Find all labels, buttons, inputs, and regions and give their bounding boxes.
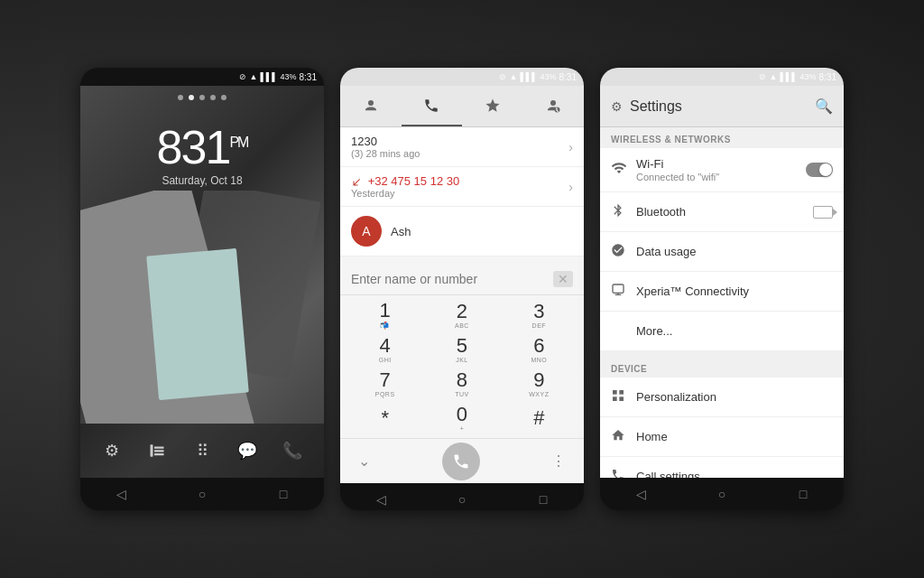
- xperia-label: Xperia™ Connectivity: [636, 284, 833, 298]
- svg-rect-8: [613, 396, 617, 401]
- dot-5: [221, 95, 226, 100]
- clock-ampm: PM: [229, 135, 247, 150]
- call-arrow-1: ›: [568, 140, 573, 154]
- shape-mint: [146, 248, 249, 400]
- dock-messenger-icon[interactable]: 💬: [231, 434, 263, 467]
- key-5[interactable]: 5JKL: [424, 333, 499, 366]
- settings-status-bar: ⊘ ▲ ▌▌▌ 43% 8:31: [600, 68, 844, 86]
- call-detail-2: Yesterday: [351, 188, 568, 199]
- tab-recent[interactable]: [523, 86, 585, 126]
- expand-button[interactable]: ⌄: [358, 452, 370, 470]
- more-label: More...: [636, 324, 833, 338]
- back-button[interactable]: ◁: [107, 480, 134, 508]
- settings-signal-icon: ▌▌▌: [780, 72, 797, 81]
- svg-rect-0: [151, 444, 153, 457]
- sim-icon: ⊘: [239, 72, 246, 81]
- key-0[interactable]: 0+: [424, 402, 499, 434]
- settings-status-icons: ⊘ ▲ ▌▌▌ 43% 8:31: [759, 72, 836, 82]
- more-text: More...: [636, 324, 833, 338]
- key-hash[interactable]: #: [502, 402, 577, 434]
- key-3[interactable]: 3DEF: [502, 299, 577, 331]
- battery-icon: 43%: [281, 72, 297, 81]
- home-clock: 831PM Saturday, Oct 18: [80, 106, 324, 191]
- home-screen: 831PM Saturday, Oct 18 ⚙ ⠿ 💬 📞: [80, 86, 324, 478]
- dialer-input-row: ✕: [340, 264, 584, 295]
- dialer-recents-button[interactable]: □: [530, 486, 557, 510]
- recents-button[interactable]: □: [270, 480, 297, 508]
- settings-item-personalization[interactable]: Personalization: [600, 378, 844, 417]
- settings-item-data[interactable]: Data usage: [600, 232, 844, 272]
- dot-2: [189, 95, 194, 100]
- dot-1: [178, 95, 183, 100]
- data-usage-text: Data usage: [636, 245, 833, 258]
- settings-item-home[interactable]: Home: [600, 417, 844, 457]
- call-number-1: 1230: [351, 135, 568, 148]
- settings-back-button[interactable]: ◁: [627, 480, 654, 508]
- dock-phone-icon[interactable]: 📞: [276, 434, 309, 467]
- phone-home: ⊘ ▲ ▌▌▌ 43% 8:31 831PM Saturday, Oct 18: [80, 68, 324, 510]
- dock-settings-icon[interactable]: ⚙: [96, 434, 128, 467]
- dialer-status-bar: ⊘ ▲ ▌▌▌ 43% 8:31: [340, 68, 584, 86]
- dialer-home-button[interactable]: ○: [448, 486, 476, 510]
- dialer-signal-icon: ▌▌▌: [520, 72, 537, 81]
- settings-recents-button[interactable]: □: [790, 480, 817, 508]
- dialer-input[interactable]: [351, 272, 553, 286]
- settings-item-wifi[interactable]: Wi-Fi Connected to "wifi": [600, 148, 844, 192]
- ash-name: Ash: [391, 225, 411, 238]
- key-7[interactable]: 7PQRS: [347, 368, 422, 400]
- dialer-back-button[interactable]: ◁: [367, 486, 394, 510]
- bluetooth-icon: [611, 203, 636, 221]
- call-info-1: 1230 (3) 28 mins ago: [351, 135, 568, 159]
- svg-rect-5: [613, 390, 617, 395]
- settings-nav-bar: ◁ ○ □: [600, 478, 844, 510]
- tab-contacts[interactable]: [340, 86, 402, 126]
- section-device-header: DEVICE: [600, 357, 844, 378]
- settings-item-more[interactable]: More...: [600, 312, 844, 351]
- settings-wifi-icon: ▲: [769, 72, 777, 81]
- phone-settings: ⊘ ▲ ▌▌▌ 43% 8:31 ⚙ Settings 🔍 WIRELESS &…: [600, 68, 844, 510]
- bluetooth-label: Bluetooth: [636, 205, 813, 219]
- home-button[interactable]: ○: [189, 480, 216, 508]
- personalization-label: Personalization: [636, 390, 833, 404]
- key-2[interactable]: 2ABC: [424, 299, 499, 331]
- call-detail-1: (3) 28 mins ago: [351, 148, 568, 159]
- delete-button[interactable]: ✕: [553, 271, 573, 287]
- home-settings-icon: [611, 428, 636, 446]
- tab-favorites[interactable]: [462, 86, 523, 126]
- search-icon[interactable]: 🔍: [815, 98, 833, 115]
- xperia-text: Xperia™ Connectivity: [636, 284, 833, 298]
- bluetooth-toggle[interactable]: [813, 206, 833, 219]
- clock-display: 831PM: [80, 124, 324, 171]
- tab-phone[interactable]: [402, 86, 463, 126]
- dock-apps-icon[interactable]: ⠿: [186, 434, 218, 467]
- ash-contact[interactable]: A Ash: [340, 207, 584, 256]
- dialer-time: 8:31: [559, 72, 577, 82]
- settings-home-button[interactable]: ○: [708, 480, 735, 508]
- key-1[interactable]: 1📬: [347, 299, 422, 331]
- settings-item-xperia[interactable]: Xperia™ Connectivity: [600, 272, 844, 312]
- settings-item-calls[interactable]: Call settings: [600, 457, 844, 478]
- key-star[interactable]: *: [347, 402, 422, 434]
- personalization-icon: [611, 388, 636, 406]
- wifi-text: Wi-Fi Connected to "wifi": [636, 157, 806, 182]
- key-6[interactable]: 6MNO: [502, 333, 577, 366]
- svg-rect-6: [619, 390, 624, 395]
- wifi-icon: ▲: [249, 72, 257, 81]
- call-item-2[interactable]: +32 475 15 12 30 Yesterday ›: [340, 167, 584, 207]
- key-8[interactable]: 8TUV: [424, 368, 499, 400]
- call-item-1[interactable]: 1230 (3) 28 mins ago ›: [340, 127, 584, 167]
- dialer-screen: 1230 (3) 28 mins ago › +32 475 15 12 30 …: [340, 86, 584, 483]
- wifi-toggle-knob: [819, 163, 832, 176]
- wifi-sub: Connected to "wifi": [636, 172, 806, 182]
- settings-screen: ⚙ Settings 🔍 WIRELESS & NETWORKS Wi-Fi C…: [600, 86, 844, 478]
- clock-date: Saturday, Oct 18: [80, 174, 324, 187]
- more-options-button[interactable]: ⋮: [551, 452, 566, 470]
- key-9[interactable]: 9WXYZ: [502, 368, 577, 400]
- wifi-toggle[interactable]: [806, 163, 833, 177]
- xperia-icon: [611, 283, 636, 301]
- settings-item-bluetooth[interactable]: Bluetooth: [600, 192, 844, 232]
- key-4[interactable]: 4GHI: [347, 333, 422, 366]
- dock-contacts-icon[interactable]: [141, 434, 173, 467]
- call-button[interactable]: [442, 443, 480, 480]
- svg-rect-7: [619, 396, 624, 401]
